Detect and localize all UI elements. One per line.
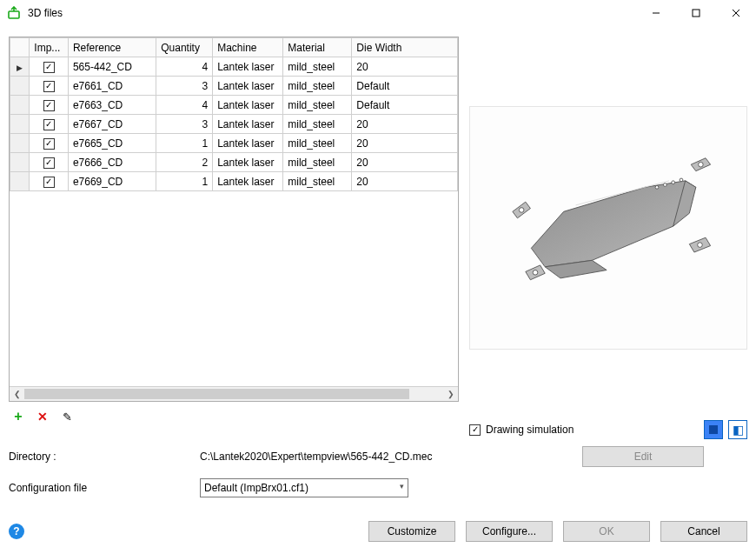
delete-row-button[interactable]: ✕: [33, 407, 52, 426]
import-checkbox-cell[interactable]: ✓: [30, 172, 69, 191]
cell-die_width[interactable]: Default: [352, 77, 458, 96]
row-selector-cell[interactable]: [10, 172, 30, 191]
svg-point-9: [655, 185, 659, 189]
configuration-file-value: Default (ImpBrx01.cf1): [204, 482, 308, 494]
view-2d-button[interactable]: [704, 420, 723, 439]
cross-icon: ✕: [37, 410, 48, 424]
col-quantity[interactable]: Quantity: [156, 38, 213, 57]
cell-die_width[interactable]: 20: [352, 134, 458, 153]
table-row[interactable]: ✓e7663_CD4Lantek lasermild_steelDefault: [10, 96, 458, 115]
configuration-file-select[interactable]: Default (ImpBrx01.cf1) ▾: [200, 478, 408, 497]
row-selector-cell[interactable]: [10, 134, 30, 153]
col-reference[interactable]: Reference: [68, 38, 156, 57]
col-selector[interactable]: [10, 38, 30, 57]
svg-point-20: [533, 270, 538, 276]
cell-material[interactable]: mild_steel: [283, 134, 352, 153]
table-row[interactable]: ✓e7667_CD3Lantek lasermild_steel20: [10, 115, 458, 134]
cell-die_width[interactable]: 20: [352, 172, 458, 191]
window-maximize-button[interactable]: [676, 0, 716, 26]
table-row[interactable]: ▶✓565-442_CD4Lantek lasermild_steel20: [10, 57, 458, 77]
cell-material[interactable]: mild_steel: [283, 153, 352, 172]
row-selector-cell[interactable]: [10, 153, 30, 172]
pencil-icon: ✎: [63, 410, 72, 424]
cell-die_width[interactable]: 20: [352, 153, 458, 172]
check-icon: ✓: [43, 81, 55, 92]
cell-machine[interactable]: Lantek laser: [213, 153, 283, 172]
cell-quantity[interactable]: 4: [156, 96, 213, 115]
col-machine[interactable]: Machine: [213, 38, 283, 57]
configuration-file-label: Configuration file: [9, 482, 200, 494]
add-row-button[interactable]: +: [9, 407, 28, 426]
cell-reference[interactable]: e7661_CD: [68, 77, 156, 96]
svg-point-10: [663, 184, 666, 187]
import-checkbox-cell[interactable]: ✓: [30, 115, 69, 134]
svg-point-16: [699, 162, 704, 167]
drawing-simulation-checkbox[interactable]: ✓ Drawing simulation: [469, 424, 574, 436]
cell-reference[interactable]: e7669_CD: [68, 172, 156, 191]
cell-reference[interactable]: e7663_CD: [68, 96, 156, 115]
cancel-button[interactable]: Cancel: [660, 521, 747, 542]
cell-quantity[interactable]: 2: [156, 153, 213, 172]
scroll-right-icon[interactable]: ❯: [443, 387, 458, 402]
cell-die_width[interactable]: Default: [352, 96, 458, 115]
edit-row-button[interactable]: ✎: [57, 407, 76, 426]
table-row[interactable]: ✓e7661_CD3Lantek lasermild_steelDefault: [10, 77, 458, 96]
cell-machine[interactable]: Lantek laser: [213, 96, 283, 115]
files-grid[interactable]: Imp... Reference Quantity Machine Materi…: [9, 37, 459, 402]
svg-point-12: [680, 178, 683, 182]
row-selector-cell[interactable]: [10, 77, 30, 96]
cell-die_width[interactable]: 20: [352, 115, 458, 134]
cell-material[interactable]: mild_steel: [283, 57, 352, 77]
cell-machine[interactable]: Lantek laser: [213, 115, 283, 134]
edit-button[interactable]: Edit: [582, 446, 704, 467]
cell-machine[interactable]: Lantek laser: [213, 172, 283, 191]
cell-material[interactable]: mild_steel: [283, 96, 352, 115]
cell-material[interactable]: mild_steel: [283, 115, 352, 134]
cell-material[interactable]: mild_steel: [283, 172, 352, 191]
import-checkbox-cell[interactable]: ✓: [30, 77, 69, 96]
cell-reference[interactable]: e7667_CD: [68, 115, 156, 134]
window-title: 3D files: [28, 7, 63, 19]
cell-quantity[interactable]: 1: [156, 134, 213, 153]
cell-reference[interactable]: e7665_CD: [68, 134, 156, 153]
directory-label: Directory :: [9, 451, 200, 463]
import-checkbox-cell[interactable]: ✓: [30, 134, 69, 153]
window-minimize-button[interactable]: [636, 0, 676, 26]
help-icon: ?: [13, 525, 19, 537]
import-checkbox-cell[interactable]: ✓: [30, 96, 69, 115]
preview-3d-viewport[interactable]: [469, 106, 747, 350]
row-selector-cell[interactable]: [10, 96, 30, 115]
cell-quantity[interactable]: 4: [156, 57, 213, 77]
customize-button[interactable]: Customize: [368, 521, 455, 542]
cell-machine[interactable]: Lantek laser: [213, 77, 283, 96]
col-import[interactable]: Imp...: [30, 38, 69, 57]
col-diewidth[interactable]: Die Width: [352, 38, 458, 57]
cell-reference[interactable]: e7666_CD: [68, 153, 156, 172]
cube-icon: ◧: [733, 423, 744, 437]
grid-horizontal-scrollbar[interactable]: ❮ ❯: [10, 386, 458, 401]
cell-die_width[interactable]: 20: [352, 57, 458, 77]
cell-material[interactable]: mild_steel: [283, 77, 352, 96]
row-selector-cell[interactable]: ▶: [10, 57, 30, 77]
row-selector-cell[interactable]: [10, 115, 30, 134]
col-material[interactable]: Material: [283, 38, 352, 57]
view-3d-button[interactable]: ◧: [728, 420, 747, 439]
window-close-button[interactable]: [716, 0, 756, 26]
import-checkbox-cell[interactable]: ✓: [30, 57, 69, 77]
cell-quantity[interactable]: 1: [156, 172, 213, 191]
cell-quantity[interactable]: 3: [156, 115, 213, 134]
cell-quantity[interactable]: 3: [156, 77, 213, 96]
import-checkbox-cell[interactable]: ✓: [30, 153, 69, 172]
table-row[interactable]: ✓e7666_CD2Lantek lasermild_steel20: [10, 153, 458, 172]
table-row[interactable]: ✓e7665_CD1Lantek lasermild_steel20: [10, 134, 458, 153]
configure-button[interactable]: Configure...: [466, 521, 553, 542]
ok-button[interactable]: OK: [563, 521, 650, 542]
help-button[interactable]: ?: [9, 524, 24, 539]
table-row[interactable]: ✓e7669_CD1Lantek lasermild_steel20: [10, 172, 458, 191]
cell-reference[interactable]: 565-442_CD: [68, 57, 156, 77]
cell-machine[interactable]: Lantek laser: [213, 134, 283, 153]
directory-value: C:\Lantek2020\Expert\tempview\565-442_CD…: [200, 451, 582, 463]
cell-machine[interactable]: Lantek laser: [213, 57, 283, 77]
grid-header-row: Imp... Reference Quantity Machine Materi…: [10, 38, 458, 57]
scroll-left-icon[interactable]: ❮: [10, 387, 24, 402]
